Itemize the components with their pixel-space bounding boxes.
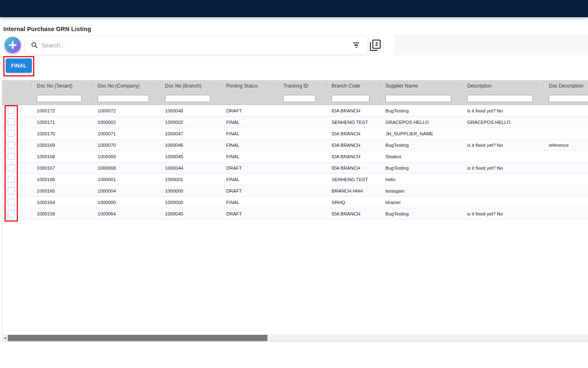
row-checkbox[interactable] bbox=[8, 130, 15, 137]
cell-doc-no-tenant: 1000165 bbox=[31, 185, 92, 196]
row-checkbox[interactable] bbox=[8, 210, 15, 217]
row-checkbox[interactable] bbox=[8, 107, 15, 114]
filter-input-branch-code[interactable] bbox=[332, 95, 370, 102]
cell-supplier-name: BugTesting bbox=[380, 208, 462, 219]
cell-posting-status: FINAL bbox=[221, 139, 278, 150]
table-row[interactable]: 1000168 1000069 1000045 FINAL IDA BRANCH… bbox=[2, 151, 588, 162]
cell-doc-no-tenant: 1000166 bbox=[31, 174, 92, 185]
table-row[interactable]: 1000169 1000070 1000046 FINAL IDA BRANCH… bbox=[2, 139, 588, 151]
cell-checkbox bbox=[2, 197, 31, 208]
row-checkbox[interactable] bbox=[8, 164, 15, 171]
cell-doc-description bbox=[543, 208, 588, 219]
filter-input-doc-no-tenant[interactable] bbox=[37, 95, 82, 102]
row-checkbox[interactable] bbox=[8, 141, 15, 148]
cell-doc-no-tenant: 1000171 bbox=[31, 117, 92, 128]
column-header-posting-status[interactable]: Posting Status bbox=[221, 80, 278, 92]
search-input[interactable] bbox=[41, 42, 353, 49]
cell-doc-no-branch: 1000002 bbox=[160, 117, 221, 128]
cell-doc-no-branch: 1000044 bbox=[160, 162, 221, 173]
cell-doc-no-branch: 1000047 bbox=[160, 128, 221, 139]
column-header-doc-no-tenant[interactable]: Doc No (Tenant) bbox=[31, 80, 92, 92]
table-row[interactable]: 1000166 1000001 1000001 FINAL SENHENG TE… bbox=[2, 174, 588, 185]
cell-doc-no-company: 1000072 bbox=[92, 105, 160, 116]
cell-doc-no-company: 1000000 bbox=[92, 197, 160, 208]
cell-doc-description bbox=[543, 197, 588, 208]
column-header-supplier-name[interactable]: Supplier Name bbox=[380, 80, 462, 92]
row-checkbox[interactable] bbox=[8, 187, 15, 194]
filter-list-icon[interactable] bbox=[353, 43, 359, 48]
cell-branch-code: IDA BRANCH bbox=[326, 105, 380, 116]
horizontal-scrollbar[interactable] bbox=[2, 334, 588, 342]
cell-supplier-name: testagain bbox=[380, 185, 462, 196]
cell-tracking-id bbox=[278, 174, 326, 185]
cell-description bbox=[462, 174, 543, 185]
cell-supplier-name: khairiel bbox=[380, 197, 462, 208]
cell-doc-no-company: 1000069 bbox=[92, 151, 160, 162]
row-checkbox[interactable] bbox=[8, 176, 15, 183]
row-checkbox[interactable] bbox=[8, 153, 15, 160]
cell-posting-status: DRAFT bbox=[221, 162, 278, 173]
cell-doc-no-company: 1000001 bbox=[92, 174, 160, 185]
cell-tracking-id bbox=[278, 117, 326, 128]
cell-doc-no-branch: 1000048 bbox=[160, 105, 221, 116]
cell-doc-no-branch: 1000000 bbox=[160, 185, 221, 196]
cell-branch-code: SENHENG TEST bbox=[326, 174, 380, 185]
column-header-doc-no-branch[interactable]: Doc No (Branch) bbox=[160, 80, 221, 92]
cell-branch-code: SENHENG TEST bbox=[326, 117, 380, 128]
cell-branch-code: IDA BRANCH bbox=[326, 151, 380, 162]
filter-input-tracking-id[interactable] bbox=[283, 95, 316, 102]
column-header-branch-code[interactable]: Branch Code bbox=[326, 80, 380, 92]
cell-description: is it fixed yet? No bbox=[462, 162, 543, 173]
cell-tracking-id bbox=[278, 139, 326, 150]
column-header-description[interactable]: Description bbox=[462, 80, 543, 92]
cell-checkbox bbox=[2, 139, 31, 150]
page-title: Internal Purchase GRN Listing bbox=[3, 26, 91, 32]
cell-supplier-name: BugTesting bbox=[380, 162, 462, 173]
cell-tracking-id bbox=[278, 128, 326, 139]
filter-input-description[interactable] bbox=[467, 95, 533, 102]
cell-doc-no-company: 1000002 bbox=[92, 117, 160, 128]
final-button[interactable]: FINAL bbox=[6, 58, 32, 73]
filter-input-doc-no-branch[interactable] bbox=[165, 95, 210, 102]
filter-input-supplier-name[interactable] bbox=[385, 95, 451, 102]
left-arrow-icon bbox=[4, 337, 6, 340]
add-button[interactable] bbox=[4, 37, 21, 53]
row-checkbox[interactable] bbox=[8, 199, 15, 206]
column-header-tracking-id[interactable]: Tracking ID bbox=[278, 80, 326, 92]
scrollbar-thumb[interactable] bbox=[8, 335, 267, 341]
cell-posting-status: FINAL bbox=[221, 151, 278, 162]
column-header-doc-no-company[interactable]: Doc No (Company) bbox=[92, 80, 160, 92]
table-row[interactable]: 1000165 1000004 1000000 DRAFT BRANCH HHH… bbox=[2, 185, 588, 197]
pages-count-label: 2 bbox=[375, 41, 378, 47]
cell-doc-no-tenant: 1000172 bbox=[31, 105, 92, 116]
table-row[interactable]: 1000171 1000002 1000002 FINAL SENHENG TE… bbox=[2, 117, 588, 128]
cell-doc-description bbox=[543, 185, 588, 196]
cell-posting-status: DRAFT bbox=[221, 185, 278, 196]
filter-input-doc-no-company[interactable] bbox=[98, 95, 149, 102]
scroll-left-button[interactable] bbox=[2, 334, 8, 341]
pages-icon[interactable]: 2 bbox=[370, 40, 381, 51]
cell-doc-description bbox=[543, 128, 588, 139]
table-row[interactable]: 1000167 1000068 1000044 DRAFT IDA BRANCH… bbox=[2, 162, 588, 174]
cell-branch-code: IDA BRANCH bbox=[326, 162, 380, 173]
cell-doc-description bbox=[543, 117, 588, 128]
cell-description: is it fixed yet? No bbox=[462, 139, 543, 150]
cell-doc-no-company: 1000070 bbox=[92, 139, 160, 150]
cell-doc-no-branch: 1000046 bbox=[160, 139, 221, 150]
table-header-row: Doc No (Tenant) Doc No (Company) Doc No … bbox=[2, 80, 588, 92]
cell-checkbox bbox=[2, 117, 31, 128]
cell-description: is it fixed yet? No bbox=[462, 105, 543, 116]
table-row[interactable]: 1000172 1000072 1000048 DRAFT IDA BRANCH… bbox=[2, 105, 588, 117]
cell-supplier-name: BugTesting bbox=[380, 139, 462, 150]
cell-description bbox=[462, 151, 543, 162]
column-header-doc-description[interactable]: Doc Description bbox=[543, 80, 588, 92]
table-row[interactable]: 1000170 1000071 1000047 FINAL IDA BRANCH… bbox=[2, 128, 588, 139]
cell-doc-no-company: 1000071 bbox=[92, 128, 160, 139]
cell-posting-status: FINAL bbox=[221, 117, 278, 128]
cell-doc-no-tenant: 1000168 bbox=[31, 151, 92, 162]
row-checkbox[interactable] bbox=[8, 119, 15, 126]
table-row[interactable]: 1000164 1000000 1000000 FINAL SRHQ khair… bbox=[2, 197, 588, 208]
filter-input-doc-description[interactable] bbox=[549, 95, 588, 102]
cell-doc-no-tenant: 1000158 bbox=[31, 208, 92, 219]
table-row[interactable]: 1000158 1000064 1000040 DRAFT IDA BRANCH… bbox=[2, 208, 588, 220]
